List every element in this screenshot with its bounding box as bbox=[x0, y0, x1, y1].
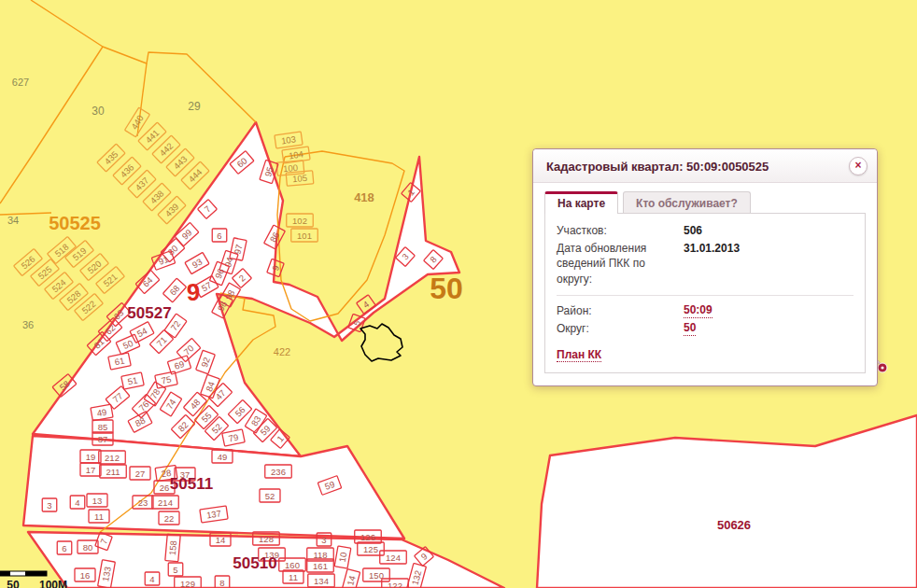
svg-text:49: 49 bbox=[218, 452, 228, 462]
okrug-label: Округ: bbox=[557, 321, 684, 336]
update-date-row: Дата обновления сведений ПКК по округу: … bbox=[557, 241, 854, 287]
svg-text:3: 3 bbox=[47, 500, 51, 511]
svg-text:51: 51 bbox=[127, 375, 139, 387]
quarter-label[interactable]: 418 bbox=[354, 190, 374, 204]
quarter-label[interactable]: 30 bbox=[92, 105, 105, 118]
svg-text:4: 4 bbox=[75, 497, 79, 508]
cadastral-map-app: 4404414424434444354364374384395185195205… bbox=[0, 0, 917, 588]
svg-text:105: 105 bbox=[292, 173, 308, 184]
svg-text:80: 80 bbox=[83, 542, 93, 553]
quarter-label[interactable]: 50525 bbox=[49, 213, 101, 233]
district-row: Район: 50:09 bbox=[557, 303, 854, 318]
tab-who-serves[interactable]: Кто обслуживает? bbox=[623, 191, 751, 214]
svg-text:6: 6 bbox=[217, 231, 221, 241]
svg-text:16: 16 bbox=[80, 570, 91, 581]
svg-text:158: 158 bbox=[167, 540, 178, 556]
svg-text:118: 118 bbox=[313, 550, 327, 560]
quarter-label[interactable]: 627 bbox=[12, 77, 29, 88]
quarter-label[interactable]: 50510 bbox=[233, 554, 276, 572]
quarter-label[interactable]: 36 bbox=[22, 319, 34, 330]
svg-text:75: 75 bbox=[161, 374, 173, 386]
svg-text:126: 126 bbox=[360, 532, 375, 542]
svg-text:17: 17 bbox=[86, 465, 96, 475]
svg-text:5: 5 bbox=[173, 565, 177, 575]
svg-text:103: 103 bbox=[280, 133, 296, 146]
quarter-label[interactable]: 422 bbox=[274, 346, 290, 357]
svg-text:128: 128 bbox=[259, 534, 274, 544]
svg-text:124: 124 bbox=[386, 553, 401, 563]
map-marker-dot bbox=[881, 366, 883, 369]
svg-text:160: 160 bbox=[285, 560, 300, 570]
svg-text:14: 14 bbox=[216, 535, 226, 545]
quarter-label[interactable]: 50511 bbox=[170, 475, 213, 493]
update-date-label: Дата обновления сведений ПКК по округу: bbox=[557, 241, 684, 287]
svg-text:6: 6 bbox=[62, 543, 66, 553]
quarter-label[interactable]: 29 bbox=[188, 100, 201, 113]
scale-label-50: 50 bbox=[7, 579, 20, 588]
district-label: Район: bbox=[557, 303, 684, 318]
svg-text:11: 11 bbox=[289, 572, 298, 582]
okrug-row: Округ: 50 bbox=[557, 321, 854, 336]
svg-text:129: 129 bbox=[180, 579, 195, 588]
svg-text:212: 212 bbox=[105, 453, 120, 463]
quarter-label[interactable]: 9 bbox=[187, 278, 200, 306]
quarter-label[interactable]: 34 bbox=[7, 215, 19, 226]
close-icon[interactable]: × bbox=[849, 157, 868, 175]
popup-panel: Участков: 506 Дата обновления сведений П… bbox=[544, 213, 866, 373]
svg-text:3: 3 bbox=[321, 535, 326, 545]
svg-text:161: 161 bbox=[313, 561, 328, 571]
svg-text:19: 19 bbox=[86, 452, 96, 462]
divider bbox=[557, 295, 854, 296]
scale-label-100m: 100M bbox=[39, 579, 67, 588]
svg-text:102: 102 bbox=[292, 216, 307, 226]
svg-text:22: 22 bbox=[164, 513, 175, 524]
okrug-link[interactable]: 50 bbox=[684, 321, 696, 336]
svg-text:214: 214 bbox=[158, 497, 173, 508]
popup-title: Кадастровый квартал: 50:09:0050525 bbox=[546, 160, 769, 174]
svg-text:49: 49 bbox=[96, 407, 107, 419]
svg-text:23: 23 bbox=[138, 497, 148, 508]
plan-row: План КК bbox=[557, 348, 854, 361]
tab-on-map[interactable]: На карте bbox=[544, 191, 618, 214]
svg-text:8: 8 bbox=[219, 578, 224, 588]
svg-text:236: 236 bbox=[271, 467, 286, 477]
quarter-label[interactable]: 50527 bbox=[127, 304, 171, 322]
popup-tabs: На карте Кто обслуживает? bbox=[533, 184, 877, 214]
quarter-label[interactable]: 50 bbox=[430, 272, 463, 305]
svg-text:13: 13 bbox=[92, 496, 103, 506]
popup-header: Кадастровый квартал: 50:09:0050525 bbox=[533, 149, 877, 183]
svg-text:79: 79 bbox=[228, 432, 240, 444]
parcels-count-label: Участков: bbox=[557, 223, 684, 238]
svg-text:85: 85 bbox=[98, 422, 108, 432]
district-link[interactable]: 50:09 bbox=[684, 303, 712, 318]
svg-text:11: 11 bbox=[94, 511, 104, 522]
svg-text:27: 27 bbox=[135, 469, 146, 479]
svg-text:101: 101 bbox=[297, 231, 312, 241]
svg-text:4: 4 bbox=[149, 574, 154, 584]
quarter-label[interactable]: 50626 bbox=[717, 518, 751, 532]
svg-text:52: 52 bbox=[265, 491, 275, 501]
svg-text:137: 137 bbox=[205, 508, 221, 520]
svg-text:26: 26 bbox=[160, 483, 170, 493]
svg-text:10: 10 bbox=[337, 552, 349, 563]
plan-kk-link[interactable]: План КК bbox=[557, 348, 601, 362]
svg-text:122: 122 bbox=[388, 581, 402, 588]
svg-text:211: 211 bbox=[106, 467, 120, 477]
svg-text:134: 134 bbox=[314, 576, 329, 586]
svg-text:104: 104 bbox=[288, 148, 303, 161]
parcels-count-row: Участков: 506 bbox=[557, 223, 854, 238]
svg-text:87: 87 bbox=[98, 434, 108, 444]
svg-text:61: 61 bbox=[114, 356, 126, 368]
quarter-info-popup: Кадастровый квартал: 50:09:0050525 × На … bbox=[532, 148, 878, 386]
update-date-value: 31.01.2013 bbox=[684, 241, 740, 287]
svg-text:125: 125 bbox=[363, 544, 378, 554]
parcels-count-value: 506 bbox=[684, 223, 702, 238]
